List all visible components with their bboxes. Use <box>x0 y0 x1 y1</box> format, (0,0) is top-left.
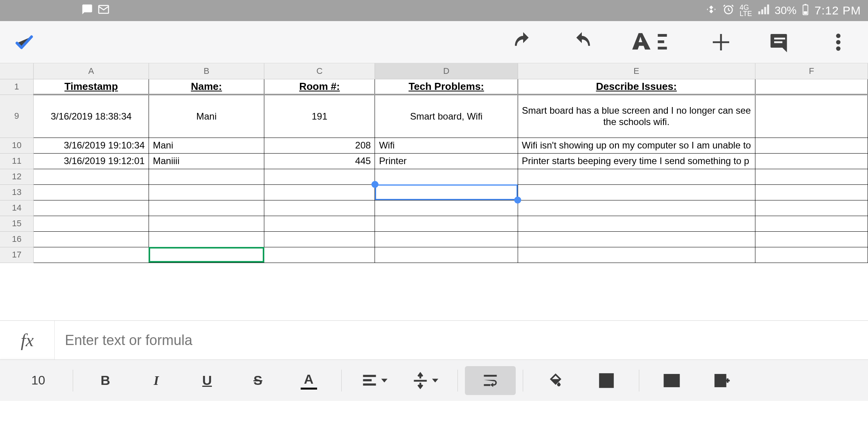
cell-F9[interactable] <box>755 95 868 138</box>
horizontal-align-button[interactable] <box>349 366 400 395</box>
cell-F17[interactable] <box>755 247 868 263</box>
col-header-B[interactable]: B <box>149 63 264 79</box>
row-header-13[interactable]: 13 <box>0 184 34 200</box>
cell-A12[interactable] <box>34 169 149 184</box>
cell-A14[interactable] <box>34 200 149 216</box>
borders-button[interactable] <box>581 366 632 395</box>
row-header-16[interactable]: 16 <box>0 231 34 247</box>
cell-E11[interactable]: Printer starts beeping every time I send… <box>518 153 755 169</box>
cell-F11[interactable] <box>755 153 868 169</box>
row-header-9[interactable]: 9 <box>0 95 34 138</box>
cell-D11[interactable]: Printer <box>375 153 518 169</box>
cell-B9[interactable]: Mani <box>149 95 264 138</box>
row-header-17[interactable]: 17 <box>0 247 34 263</box>
cell-D15[interactable] <box>375 216 518 231</box>
col-header-C[interactable]: C <box>264 63 375 79</box>
cell-D16[interactable] <box>375 231 518 247</box>
cell-C16[interactable] <box>264 231 375 247</box>
col-header-A[interactable]: A <box>34 63 149 79</box>
cell-F1[interactable] <box>755 79 868 95</box>
font-size-selector[interactable]: 10 <box>31 373 50 388</box>
cell-B16[interactable] <box>149 231 264 247</box>
cell-C12[interactable] <box>264 169 375 184</box>
cell-F16[interactable] <box>755 231 868 247</box>
cell-D17[interactable] <box>375 247 518 263</box>
cell-A15[interactable] <box>34 216 149 231</box>
redo-button[interactable] <box>571 31 593 53</box>
cell-E9[interactable]: Smart board has a blue screen and I no l… <box>518 95 755 138</box>
text-color-button[interactable]: A <box>283 366 334 395</box>
bold-button[interactable]: B <box>80 366 131 395</box>
row-header-12[interactable]: 12 <box>0 169 34 184</box>
merge-cells-button[interactable] <box>646 366 697 395</box>
cell-E16[interactable] <box>518 231 755 247</box>
text-format-button[interactable] <box>629 31 673 53</box>
cell-A16[interactable] <box>34 231 149 247</box>
row-header-14[interactable]: 14 <box>0 200 34 216</box>
cell-F12[interactable] <box>755 169 868 184</box>
row-header-10[interactable]: 10 <box>0 138 34 153</box>
cell-B15[interactable] <box>149 216 264 231</box>
cell-C17[interactable] <box>264 247 375 263</box>
cell-D9[interactable]: Smart board, Wifi <box>375 95 518 138</box>
cell-E1[interactable]: Describe Issues: <box>518 79 755 95</box>
cell-C13[interactable] <box>264 184 375 200</box>
text-wrap-button[interactable] <box>465 366 516 395</box>
select-all-corner[interactable] <box>0 63 34 79</box>
cell-F15[interactable] <box>755 216 868 231</box>
cell-E15[interactable] <box>518 216 755 231</box>
spreadsheet-area[interactable]: ABCDEF1TimestampName:Room #:Tech Problem… <box>0 63 868 320</box>
cell-C15[interactable] <box>264 216 375 231</box>
cell-A9[interactable]: 3/16/2019 18:38:34 <box>34 95 149 138</box>
comment-button[interactable] <box>769 31 791 53</box>
cell-B10[interactable]: Mani <box>149 138 264 153</box>
col-header-F[interactable]: F <box>755 63 868 79</box>
cell-A1[interactable]: Timestamp <box>34 79 149 95</box>
cell-F14[interactable] <box>755 200 868 216</box>
insert-cells-button[interactable] <box>697 366 748 395</box>
underline-button[interactable]: U <box>182 366 233 395</box>
cell-B11[interactable]: Maniiii <box>149 153 264 169</box>
cell-E13[interactable] <box>518 184 755 200</box>
vertical-align-button[interactable] <box>400 366 450 395</box>
cell-D13[interactable] <box>375 184 518 200</box>
cell-C1[interactable]: Room #: <box>264 79 375 95</box>
row-header-15[interactable]: 15 <box>0 216 34 231</box>
cell-B12[interactable] <box>149 169 264 184</box>
cell-E12[interactable] <box>518 169 755 184</box>
cell-D10[interactable]: Wifi <box>375 138 518 153</box>
cell-C14[interactable] <box>264 200 375 216</box>
fill-color-button[interactable] <box>530 366 581 395</box>
cell-A17[interactable] <box>34 247 149 263</box>
cell-F10[interactable] <box>755 138 868 153</box>
italic-button[interactable]: I <box>131 366 182 395</box>
cell-E10[interactable]: Wifi isn't showing up on my computer so … <box>518 138 755 153</box>
cell-A13[interactable] <box>34 184 149 200</box>
cell-D12[interactable] <box>375 169 518 184</box>
col-header-D[interactable]: D <box>375 63 518 79</box>
cell-D1[interactable]: Tech Problems: <box>375 79 518 95</box>
cell-A11[interactable]: 3/16/2019 19:12:01 <box>34 153 149 169</box>
undo-button[interactable] <box>512 31 534 53</box>
cell-C10[interactable]: 208 <box>264 138 375 153</box>
cell-E14[interactable] <box>518 200 755 216</box>
cell-B14[interactable] <box>149 200 264 216</box>
row-header-1[interactable]: 1 <box>0 79 34 95</box>
cell-B1[interactable]: Name: <box>149 79 264 95</box>
col-header-E[interactable]: E <box>518 63 755 79</box>
cell-E17[interactable] <box>518 247 755 263</box>
insert-button[interactable] <box>710 31 732 53</box>
cell-C11[interactable]: 445 <box>264 153 375 169</box>
cell-B17[interactable] <box>149 247 264 263</box>
svg-rect-19 <box>414 380 427 382</box>
strikethrough-button[interactable]: S <box>233 366 283 395</box>
accept-check-button[interactable] <box>13 31 35 53</box>
row-header-11[interactable]: 11 <box>0 153 34 169</box>
cell-F13[interactable] <box>755 184 868 200</box>
cell-D14[interactable] <box>375 200 518 216</box>
cell-B13[interactable] <box>149 184 264 200</box>
cell-C9[interactable]: 191 <box>264 95 375 138</box>
formula-input[interactable] <box>55 321 868 359</box>
cell-A10[interactable]: 3/16/2019 19:10:34 <box>34 138 149 153</box>
more-menu-button[interactable] <box>827 31 849 53</box>
